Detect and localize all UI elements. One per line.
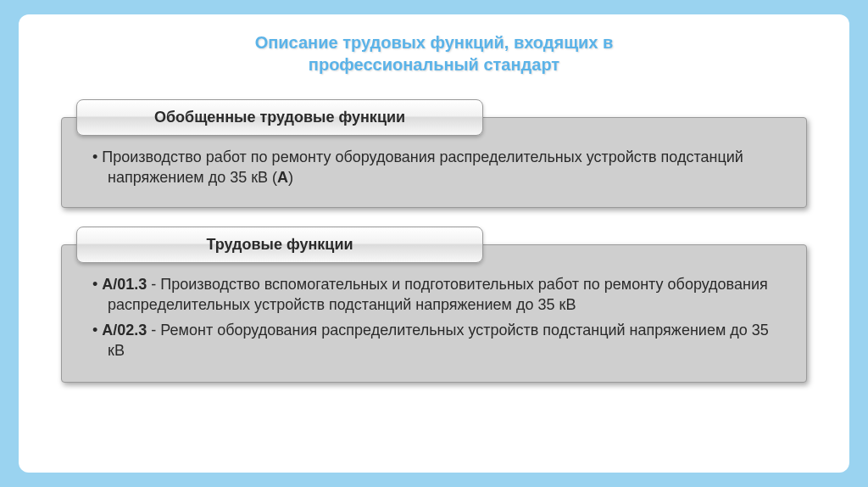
block2-item1: А/01.3 - Производство вспомогательных и … <box>92 274 776 316</box>
block2-item2-text: - Ремонт оборудования распределительных … <box>108 322 769 359</box>
block-labor-functions: Трудовые функции А/01.3 - Производство в… <box>61 227 807 383</box>
block2-header: Трудовые функции <box>76 227 483 263</box>
block1-item1: Производство работ по ремонту оборудован… <box>92 147 776 188</box>
slide-title: Описание трудовых функций, входящих в пр… <box>61 31 807 76</box>
block-generalized-functions: Обобщенные трудовые функции Производство… <box>61 99 807 208</box>
block2-body: А/01.3 - Производство вспомогательных и … <box>61 244 807 383</box>
title-line-2: профессиональный стандарт <box>309 55 559 74</box>
block2-item1-code: А/01.3 <box>102 276 147 293</box>
block1-item1-code: А <box>277 169 288 186</box>
block2-item2: А/02.3 - Ремонт оборудования распределит… <box>92 320 776 361</box>
slide-container: Описание трудовых функций, входящих в пр… <box>19 14 849 473</box>
title-line-1: Описание трудовых функций, входящих в <box>255 33 614 52</box>
block2-item2-code: А/02.3 <box>102 322 147 339</box>
block2-item1-text: - Производство вспомогательных и подгото… <box>108 276 768 313</box>
block1-item1-close: ) <box>288 169 293 186</box>
block1-header: Обобщенные трудовые функции <box>76 99 483 136</box>
block1-item1-text: Производство работ по ремонту оборудован… <box>102 148 743 186</box>
